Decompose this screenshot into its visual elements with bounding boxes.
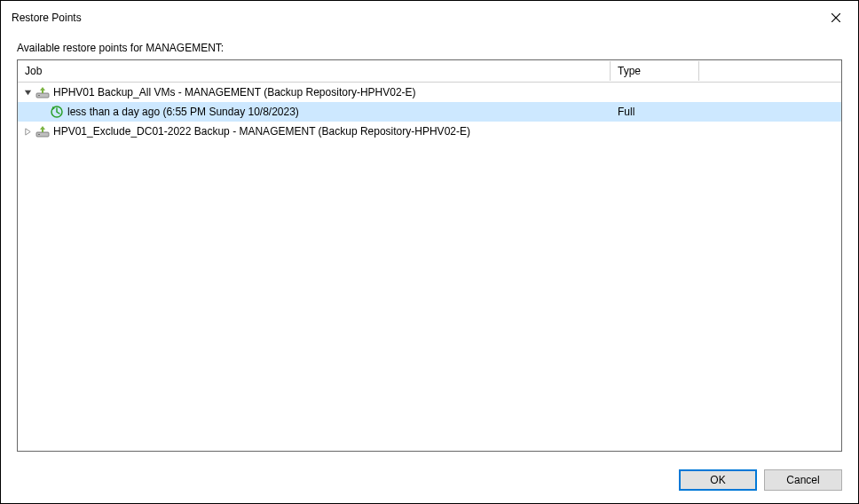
column-header-type[interactable]: Type	[611, 61, 699, 81]
svg-marker-7	[25, 128, 29, 134]
expander-toggle[interactable]	[21, 125, 34, 138]
grid-body: HPHV01 Backup_All VMs - MANAGEMENT (Back…	[18, 83, 841, 451]
column-header-job[interactable]: Job	[18, 61, 611, 81]
tree-node-type: Full	[611, 106, 699, 118]
button-bar: OK Cancel	[1, 461, 858, 503]
tree-node-label: HPHV01 Backup_All VMs - MANAGEMENT (Back…	[53, 86, 416, 98]
tree-row-restore-point[interactable]: less than a day ago (6:55 PM Sunday 10/8…	[18, 102, 841, 122]
grid-header: Job Type	[18, 60, 841, 83]
svg-rect-9	[38, 134, 40, 135]
dialog-content: Available restore points for MANAGEMENT:…	[1, 36, 858, 461]
tree-node-label: HPV01_Exclude_DC01-2022 Backup - MANAGEM…	[53, 125, 470, 138]
ok-button[interactable]: OK	[679, 469, 757, 491]
titlebar: Restore Points	[1, 1, 858, 36]
dialog-title: Restore Points	[12, 12, 82, 24]
cancel-button[interactable]: Cancel	[764, 469, 842, 491]
close-button[interactable]	[824, 8, 847, 28]
svg-marker-2	[24, 90, 30, 94]
restore-points-grid: Job Type HPHV01 Backup_All VMs - MANAGEM…	[17, 59, 842, 452]
backup-job-icon	[35, 124, 50, 138]
tree-row-job[interactable]: HPHV01 Backup_All VMs - MANAGEMENT (Back…	[18, 83, 841, 102]
subtitle-label: Available restore points for MANAGEMENT:	[17, 36, 842, 59]
tree-row-job[interactable]: HPV01_Exclude_DC01-2022 Backup - MANAGEM…	[18, 122, 841, 141]
backup-job-icon	[35, 85, 50, 99]
chevron-down-icon	[24, 89, 32, 97]
close-icon	[831, 13, 840, 22]
tree-node-label: less than a day ago (6:55 PM Sunday 10/8…	[67, 106, 299, 118]
expander-toggle[interactable]	[21, 86, 34, 98]
restore-point-icon	[50, 105, 64, 119]
chevron-right-icon	[24, 128, 32, 136]
svg-rect-4	[38, 95, 40, 96]
